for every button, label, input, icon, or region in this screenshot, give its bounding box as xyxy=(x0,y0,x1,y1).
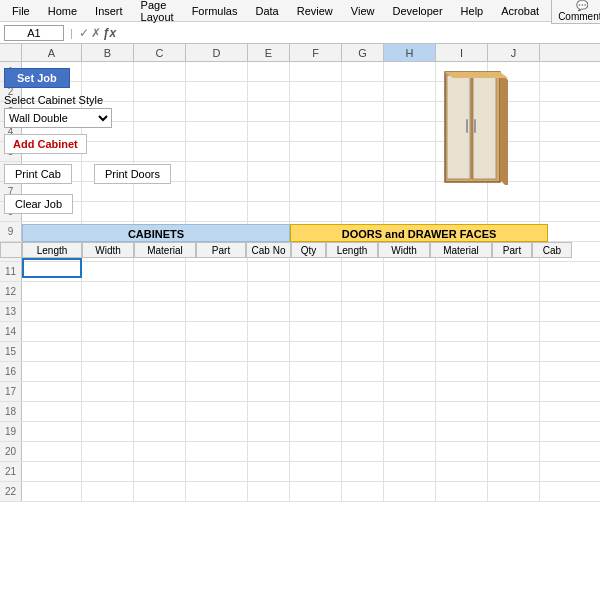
comments-button[interactable]: 💬 Comments xyxy=(551,0,600,24)
row-num-header xyxy=(0,44,22,61)
set-job-button[interactable]: Set Job xyxy=(4,68,70,88)
formula-bar: | ✓ ✗ ƒx xyxy=(0,22,600,44)
col-header-i[interactable]: I xyxy=(436,44,488,61)
table-row: 2 xyxy=(0,82,600,102)
table-row: 12 xyxy=(0,282,600,302)
cabinet-style-select[interactable]: Wall Double Wall Single Base Tall xyxy=(4,108,112,128)
table-row: 22 xyxy=(0,482,600,502)
menu-formulas[interactable]: Formulas xyxy=(184,3,246,19)
table-row: 6 xyxy=(0,162,600,182)
table-row: 15 xyxy=(0,342,600,362)
col-header-f[interactable]: F xyxy=(290,44,342,61)
menu-acrobat[interactable]: Acrobat xyxy=(493,3,547,19)
col-header-e[interactable]: E xyxy=(248,44,290,61)
column-headers: A B C D E F G H I J xyxy=(0,44,600,62)
col-header-b[interactable]: B xyxy=(82,44,134,61)
col-header-j[interactable]: J xyxy=(488,44,540,61)
formula-input[interactable] xyxy=(120,27,596,39)
table-row: 16 xyxy=(0,362,600,382)
table-row: 17 xyxy=(0,382,600,402)
menu-page-layout[interactable]: Page Layout xyxy=(133,0,182,25)
menu-view[interactable]: View xyxy=(343,3,383,19)
menu-developer[interactable]: Developer xyxy=(384,3,450,19)
fx-icon: ƒx xyxy=(103,26,116,40)
table-row: 13 xyxy=(0,302,600,322)
comment-icon: 💬 xyxy=(576,0,588,11)
table-row: 7 xyxy=(0,182,600,202)
menu-insert[interactable]: Insert xyxy=(87,3,131,19)
menu-help[interactable]: Help xyxy=(453,3,492,19)
col-header-g[interactable]: G xyxy=(342,44,384,61)
add-cabinet-button[interactable]: Add Cabinet xyxy=(4,134,87,154)
table-row: 19 xyxy=(0,422,600,442)
print-cab-button[interactable]: Print Cab xyxy=(4,164,72,184)
table-row: 8 xyxy=(0,202,600,222)
table-row: 9 xyxy=(0,222,600,242)
menu-file[interactable]: File xyxy=(4,3,38,19)
print-doors-button[interactable]: Print Doors xyxy=(94,164,171,184)
menu-home[interactable]: Home xyxy=(40,3,85,19)
name-box[interactable] xyxy=(4,25,64,41)
table-row: 14 xyxy=(0,322,600,342)
check-icon[interactable]: ✓ xyxy=(79,26,89,40)
table-row: 21 xyxy=(0,462,600,482)
table-row: 18 xyxy=(0,402,600,422)
col-header-h[interactable]: H xyxy=(384,44,436,61)
cross-icon[interactable]: ✗ xyxy=(91,26,101,40)
menu-data[interactable]: Data xyxy=(247,3,286,19)
col-header-c[interactable]: C xyxy=(134,44,186,61)
table-row: 1 xyxy=(0,62,600,82)
col-header-a[interactable]: A xyxy=(22,44,82,61)
clear-job-button[interactable]: Clear Job xyxy=(4,194,73,214)
menu-review[interactable]: Review xyxy=(289,3,341,19)
menu-bar: File Home Insert Page Layout Formulas Da… xyxy=(0,0,600,22)
grid-rows: 1 2345678910111213141516171819202122 xyxy=(0,62,600,502)
table-row: 10 xyxy=(0,242,600,262)
col-header-d[interactable]: D xyxy=(186,44,248,61)
formula-icons: ✓ ✗ ƒx xyxy=(79,26,116,40)
table-row: 11 xyxy=(0,262,600,282)
table-row: 20 xyxy=(0,442,600,462)
table-row: 5 xyxy=(0,142,600,162)
